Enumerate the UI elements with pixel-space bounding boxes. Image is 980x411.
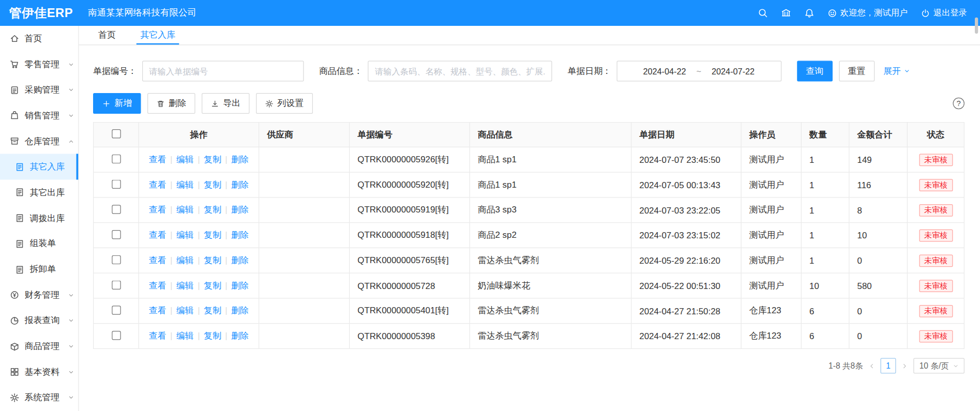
row-action-edit[interactable]: 编辑 <box>176 155 194 164</box>
welcome-user[interactable]: 欢迎您，测试用户 <box>827 7 908 19</box>
row-action-copy[interactable]: 复制 <box>204 331 221 341</box>
reset-button[interactable]: 重置 <box>839 61 875 82</box>
sidebar-item-system[interactable]: 系统管理 <box>0 385 78 411</box>
row-action-edit[interactable]: 编辑 <box>176 205 194 215</box>
date-range-picker[interactable]: 2024-04-22 ~ 2024-07-22 <box>616 61 781 82</box>
search-icon[interactable] <box>758 8 768 18</box>
sidebar-item-transfer-outbound[interactable]: 调拨出库 <box>0 205 78 231</box>
sidebar-item-home[interactable]: 首页 <box>0 26 78 52</box>
sidebar-item-label: 财务管理 <box>25 290 60 301</box>
row-action-view[interactable]: 查看 <box>149 281 167 291</box>
sidebar-item-base[interactable]: 基本资料 <box>0 359 78 385</box>
row-action-copy[interactable]: 复制 <box>204 230 221 240</box>
row-action-edit[interactable]: 编辑 <box>176 281 194 291</box>
tab-home[interactable]: 首页 <box>95 26 120 44</box>
sidebar-item-sales[interactable]: 销售管理 <box>0 103 78 129</box>
row-action-view[interactable]: 查看 <box>149 155 167 164</box>
row-action-edit[interactable]: 编辑 <box>176 180 194 190</box>
row-action-delete[interactable]: 删除 <box>231 255 249 265</box>
row-action-copy[interactable]: 复制 <box>204 306 221 315</box>
row-checkbox[interactable] <box>112 230 121 239</box>
action-divider: | <box>170 155 172 164</box>
cell-supplier <box>259 197 350 223</box>
row-checkbox[interactable] <box>112 255 121 264</box>
cell-bill-no: QTRK00000005728 <box>350 273 470 298</box>
sidebar-item-retail[interactable]: 零售管理 <box>0 52 78 78</box>
table-row: 查看|编辑|复制|删除QTRK00000005918[转]商品2 sp22024… <box>94 223 964 248</box>
page-number-1[interactable]: 1 <box>881 358 896 374</box>
sidebar-item-other-outbound[interactable]: 其它出库 <box>0 180 78 206</box>
doc-icon <box>15 214 25 223</box>
bill-no-input[interactable] <box>142 61 304 82</box>
sidebar-item-warehouse[interactable]: 仓库管理 <box>0 128 78 154</box>
sidebar-item-report[interactable]: 报表查询 <box>0 308 78 334</box>
column-settings-button[interactable]: 列设置 <box>256 93 312 114</box>
row-checkbox[interactable] <box>112 205 121 214</box>
system-icon <box>10 393 20 403</box>
row-action-copy[interactable]: 复制 <box>204 255 221 265</box>
cell-supplier <box>259 273 350 298</box>
sidebar-item-label: 其它出库 <box>30 187 65 199</box>
delete-button[interactable]: 删除 <box>147 93 195 114</box>
goods-icon <box>10 342 20 352</box>
sidebar-item-finance[interactable]: 财务管理 <box>0 282 78 308</box>
row-checkbox[interactable] <box>112 154 121 163</box>
platform-icon[interactable] <box>781 8 791 18</box>
row-action-delete[interactable]: 删除 <box>231 230 249 240</box>
row-action-edit[interactable]: 编辑 <box>176 331 194 341</box>
logout-button[interactable]: 退出登录 <box>921 7 967 19</box>
action-divider: | <box>225 205 227 215</box>
row-action-view[interactable]: 查看 <box>149 306 167 315</box>
chevron-up-icon <box>68 138 74 145</box>
expand-link[interactable]: 展开 <box>883 65 910 77</box>
product-info-input[interactable] <box>368 61 552 82</box>
row-action-copy[interactable]: 复制 <box>204 281 221 291</box>
cell-operator: 测试用户 <box>741 248 801 273</box>
search-button[interactable]: 查询 <box>797 61 833 82</box>
page-size-select[interactable]: 10 条/页 <box>913 358 964 374</box>
row-action-view[interactable]: 查看 <box>149 205 167 215</box>
select-all-checkbox[interactable] <box>112 129 121 139</box>
scrollbar-thumb[interactable] <box>975 18 978 34</box>
bell-icon[interactable] <box>804 8 815 18</box>
row-action-delete[interactable]: 删除 <box>231 205 249 215</box>
row-action-delete[interactable]: 删除 <box>231 306 249 315</box>
row-checkbox[interactable] <box>112 280 121 290</box>
row-action-delete[interactable]: 删除 <box>231 281 249 291</box>
sidebar-item-goods[interactable]: 商品管理 <box>0 333 78 359</box>
next-page-button[interactable] <box>901 362 909 370</box>
help-icon[interactable]: ? <box>953 98 965 110</box>
row-checkbox[interactable] <box>112 179 121 189</box>
row-action-delete[interactable]: 删除 <box>231 180 249 190</box>
sidebar-item-assembly[interactable]: 组装单 <box>0 231 78 257</box>
chevron-down-icon <box>68 369 74 375</box>
cell-amount-total: 0 <box>849 248 908 273</box>
row-action-view[interactable]: 查看 <box>149 255 167 265</box>
export-button[interactable]: 导出 <box>202 93 250 114</box>
action-divider: | <box>170 306 172 315</box>
action-divider: | <box>225 180 227 190</box>
row-action-copy[interactable]: 复制 <box>204 205 221 215</box>
sidebar-item-disassembly[interactable]: 拆卸单 <box>0 256 78 282</box>
date-start-value[interactable]: 2024-04-22 <box>643 66 686 76</box>
plus-icon <box>102 99 111 108</box>
sidebar-item-purchase[interactable]: 采购管理 <box>0 77 78 103</box>
tab-other-inbound[interactable]: 其它入库 <box>137 26 179 44</box>
row-checkbox[interactable] <box>112 330 121 340</box>
row-action-edit[interactable]: 编辑 <box>176 230 194 240</box>
date-end-value[interactable]: 2024-07-22 <box>712 66 755 76</box>
row-action-view[interactable]: 查看 <box>149 230 167 240</box>
prev-page-button[interactable] <box>868 362 876 370</box>
sidebar-item-other-inbound[interactable]: 其它入库 <box>0 154 78 180</box>
row-checkbox[interactable] <box>112 306 121 315</box>
row-action-delete[interactable]: 删除 <box>231 331 249 341</box>
row-action-copy[interactable]: 复制 <box>204 180 221 190</box>
sidebar-item-label: 拆卸单 <box>30 264 56 276</box>
row-action-edit[interactable]: 编辑 <box>176 255 194 265</box>
row-action-view[interactable]: 查看 <box>149 331 167 341</box>
add-button[interactable]: 新增 <box>93 93 141 114</box>
row-action-view[interactable]: 查看 <box>149 180 167 190</box>
row-action-delete[interactable]: 删除 <box>231 155 249 164</box>
row-action-copy[interactable]: 复制 <box>204 155 221 164</box>
row-action-edit[interactable]: 编辑 <box>176 306 194 315</box>
